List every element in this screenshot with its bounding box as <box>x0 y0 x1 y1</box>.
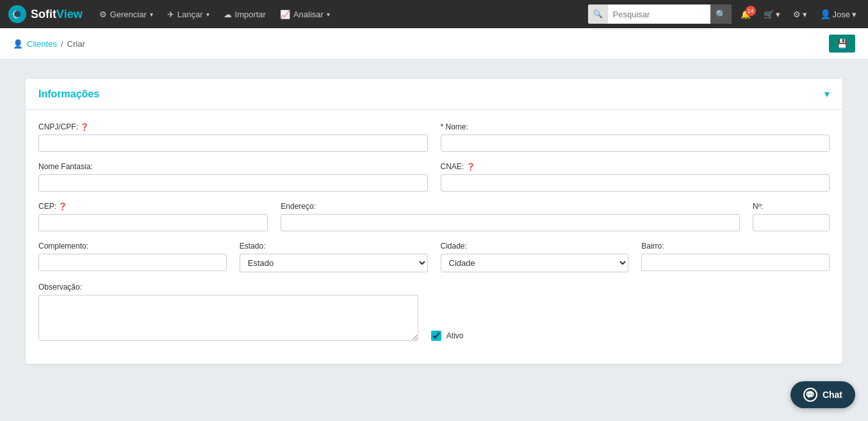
chevron-down-icon: ▾ <box>150 11 153 18</box>
search-prefix-icon: 🔍 <box>588 4 608 24</box>
ativo-checkbox-group: Ativo <box>431 331 464 341</box>
field-endereco: Endereço: <box>281 202 740 231</box>
nav-importar[interactable]: ☁ Importar <box>217 6 272 23</box>
observacao-textarea[interactable] <box>38 295 418 341</box>
field-ativo: Ativo <box>431 283 464 341</box>
complemento-label: Complemento: <box>38 242 227 251</box>
form-row-1: CNPJ/CPF: ❓ * Nome: <box>38 122 830 152</box>
chevron-down-icon: ▾ <box>776 10 780 19</box>
brand-logo-area[interactable]: SofitView <box>8 4 83 24</box>
send-icon: ✈ <box>167 10 174 19</box>
chevron-down-icon: ▾ <box>803 10 807 19</box>
search-button[interactable]: 🔍 <box>710 4 732 24</box>
nome-label: * Nome: <box>441 122 830 131</box>
chevron-down-icon: ▾ <box>327 11 330 18</box>
nome-input[interactable] <box>441 135 830 152</box>
gear-icon: ⚙ <box>99 10 107 19</box>
cep-label: CEP: ❓ <box>38 202 268 211</box>
bairro-input[interactable] <box>641 254 830 271</box>
chevron-down-icon: ▾ <box>852 10 856 19</box>
form-row-5: Observação: Ativo <box>38 283 830 341</box>
chat-label: Chat <box>823 390 842 400</box>
cnae-label: CNAE: ❓ <box>441 162 830 171</box>
nav-items: ⚙ Gerenciar ▾ ✈ Lançar ▾ ☁ Importar 📈 An… <box>93 6 588 23</box>
field-estado: Estado: Estado <box>240 242 428 272</box>
field-cidade: Cidade: Cidade <box>441 242 629 272</box>
nome-fantasia-label: Nome Fantasia: <box>38 162 428 171</box>
settings-icon: ⚙ <box>793 10 801 19</box>
form-card: Informações ▾ CNPJ/CPF: ❓ * Nome: <box>26 79 842 364</box>
breadcrumb-current: Criar <box>67 39 85 49</box>
field-observacao: Observação: <box>38 283 418 341</box>
breadcrumb-separator: / <box>61 39 63 49</box>
field-nome-fantasia: Nome Fantasia: <box>38 162 428 192</box>
numero-input[interactable] <box>753 214 830 231</box>
field-cep: CEP: ❓ <box>38 202 268 231</box>
ativo-checkbox[interactable] <box>431 331 441 341</box>
person-icon: 👤 <box>820 9 831 19</box>
ativo-label: Ativo <box>446 331 464 340</box>
cidade-select[interactable]: Cidade <box>441 254 629 272</box>
cart-icon: 🛒 <box>764 10 774 19</box>
bairro-label: Bairro: <box>641 242 830 251</box>
endereco-label: Endereço: <box>281 202 740 211</box>
form-row-3: CEP: ❓ Endereço: Nº: <box>38 202 830 231</box>
field-numero: Nº: <box>753 202 830 231</box>
main-content: Informações ▾ CNPJ/CPF: ❓ * Nome: <box>0 60 868 383</box>
field-cnae: CNAE: ❓ <box>441 162 830 192</box>
numero-label: Nº: <box>753 202 830 211</box>
brand-view: View <box>56 8 83 21</box>
estado-label: Estado: <box>240 242 428 251</box>
observacao-label: Observação: <box>38 283 418 292</box>
breadcrumb-bar: 👤 Clientes / Criar 💾 <box>0 28 868 60</box>
person-breadcrumb-icon: 👤 <box>13 39 23 49</box>
form-card-header: Informações ▾ <box>26 79 842 110</box>
brand-logo-icon <box>8 4 27 24</box>
field-bairro: Bairro: <box>641 242 830 272</box>
search-box: 🔍 🔍 <box>588 4 732 24</box>
field-cnpj: CNPJ/CPF: ❓ <box>38 122 428 152</box>
form-row-2: Nome Fantasia: CNAE: ❓ <box>38 162 830 192</box>
field-complemento: Complemento: <box>38 242 227 272</box>
save-icon: 💾 <box>837 38 848 49</box>
brand-sofit: Sofit <box>31 8 56 21</box>
form-card-body: CNPJ/CPF: ❓ * Nome: Nome Fantasia: <box>26 110 842 364</box>
cep-help-icon[interactable]: ❓ <box>58 202 67 210</box>
nome-fantasia-input[interactable] <box>38 174 428 192</box>
cnpj-help-icon[interactable]: ❓ <box>80 123 89 131</box>
cep-input[interactable] <box>38 214 268 231</box>
collapse-icon[interactable]: ▾ <box>824 88 830 100</box>
form-title: Informações <box>38 88 99 100</box>
estado-select[interactable]: Estado <box>240 254 428 272</box>
nav-gerenciar[interactable]: ⚙ Gerenciar ▾ <box>93 6 160 23</box>
save-button[interactable]: 💾 <box>829 35 855 53</box>
nav-lancar[interactable]: ✈ Lançar ▾ <box>161 6 216 23</box>
svg-point-1 <box>14 11 20 17</box>
form-row-4: Complemento: Estado: Estado Cidade: Cida… <box>38 242 830 272</box>
field-nome: * Nome: <box>441 122 830 152</box>
nav-analisar[interactable]: 📈 Analisar ▾ <box>274 6 336 23</box>
cnpj-label: CNPJ/CPF: ❓ <box>38 122 428 131</box>
chat-icon: 💬 <box>803 388 817 402</box>
chat-button[interactable]: 💬 Chat <box>790 381 855 408</box>
cnpj-input[interactable] <box>38 135 428 152</box>
cloud-upload-icon: ☁ <box>224 10 232 19</box>
cnae-input[interactable] <box>441 174 830 192</box>
settings-button[interactable]: ⚙ ▾ <box>789 7 811 22</box>
endereco-input[interactable] <box>281 214 740 231</box>
chart-icon: 📈 <box>280 10 290 19</box>
notifications-button[interactable]: 🔔 14 <box>737 7 755 22</box>
navbar: SofitView ⚙ Gerenciar ▾ ✈ Lançar ▾ ☁ Imp… <box>0 0 868 28</box>
user-menu[interactable]: 👤 Jose ▾ <box>816 6 860 22</box>
cart-button[interactable]: 🛒 ▾ <box>760 7 784 22</box>
notification-badge: 14 <box>746 6 756 16</box>
cidade-label: Cidade: <box>441 242 629 251</box>
search-input[interactable] <box>608 4 710 24</box>
cnae-help-icon[interactable]: ❓ <box>466 163 475 170</box>
navbar-right: 🔍 🔍 🔔 14 🛒 ▾ ⚙ ▾ 👤 Jose ▾ <box>588 4 860 24</box>
breadcrumb-clientes-link[interactable]: Clientes <box>27 39 57 49</box>
chevron-down-icon: ▾ <box>206 11 209 18</box>
complemento-input[interactable] <box>38 254 227 271</box>
